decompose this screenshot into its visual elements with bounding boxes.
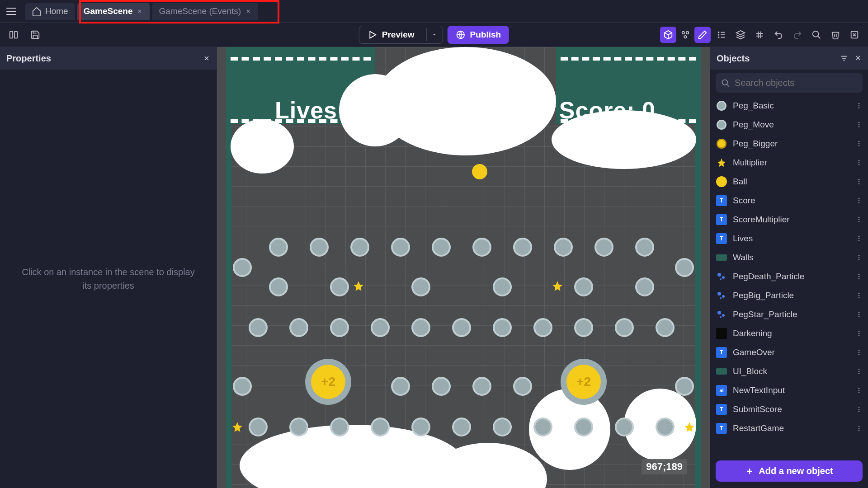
- peg-instance[interactable]: [269, 238, 288, 257]
- peg-instance[interactable]: [493, 277, 512, 296]
- object-item[interactable]: PegBig_Particle: [710, 286, 868, 305]
- tool-objects-button[interactable]: [677, 27, 693, 43]
- objects-filter-button[interactable]: [840, 54, 848, 62]
- objects-search-input[interactable]: [735, 78, 857, 88]
- object-item-more[interactable]: [855, 235, 863, 242]
- peg-instance[interactable]: [310, 238, 329, 257]
- events-tab[interactable]: GameScene (Events): [152, 3, 258, 20]
- peg-instance[interactable]: [233, 258, 252, 277]
- object-item-more[interactable]: [855, 311, 863, 318]
- peg-instance[interactable]: [411, 277, 430, 296]
- preview-button[interactable]: Preview: [359, 26, 423, 43]
- peg-instance[interactable]: [635, 238, 654, 257]
- object-item-more[interactable]: [855, 254, 863, 261]
- peg-instance[interactable]: [330, 318, 349, 337]
- delete-button[interactable]: [827, 27, 844, 43]
- peg-instance[interactable]: [615, 418, 634, 436]
- undo-button[interactable]: [770, 27, 787, 43]
- object-item-more[interactable]: [855, 102, 863, 109]
- object-item[interactable]: PegDeath_Particle: [710, 267, 868, 286]
- object-item[interactable]: UI_Block: [710, 362, 868, 381]
- object-item-more[interactable]: [855, 292, 863, 299]
- peg-instance[interactable]: [675, 258, 694, 277]
- object-item[interactable]: TScore: [710, 191, 868, 210]
- peg-instance[interactable]: [330, 418, 349, 436]
- object-item-more[interactable]: [855, 406, 863, 413]
- object-item[interactable]: Ball: [710, 172, 868, 191]
- ball-instance[interactable]: [472, 164, 487, 179]
- tool-layers-button[interactable]: [732, 27, 749, 43]
- object-item[interactable]: TScoreMultiplier: [710, 210, 868, 229]
- peg-instance[interactable]: [249, 318, 268, 337]
- scene-canvas[interactable]: Lives: 0 Score: 0 75%: [217, 47, 710, 488]
- object-item[interactable]: aINewTextInput: [710, 381, 868, 400]
- panel-toggle-left-button[interactable]: [5, 27, 22, 43]
- peg-bigger-instance[interactable]: +2: [561, 359, 607, 405]
- peg-instance[interactable]: [574, 277, 593, 296]
- settings-button[interactable]: [846, 27, 863, 43]
- peg-instance[interactable]: [452, 418, 471, 436]
- object-item[interactable]: Peg_Bigger: [710, 134, 868, 153]
- object-item[interactable]: TSubmitScore: [710, 400, 868, 419]
- star-multiplier[interactable]: [552, 280, 563, 292]
- object-item-more[interactable]: [855, 140, 863, 147]
- peg-instance[interactable]: [472, 377, 491, 396]
- tool-grid-button[interactable]: [751, 27, 768, 43]
- peg-instance[interactable]: [615, 318, 634, 337]
- object-item-more[interactable]: [855, 425, 863, 432]
- tool-edit-button[interactable]: [694, 27, 711, 43]
- peg-instance[interactable]: [411, 418, 430, 436]
- peg-instance[interactable]: [350, 238, 369, 257]
- object-item-more[interactable]: [855, 216, 863, 223]
- object-item[interactable]: Peg_Basic: [710, 96, 868, 115]
- peg-instance[interactable]: [330, 277, 349, 296]
- peg-instance[interactable]: [289, 318, 308, 337]
- object-item[interactable]: Darkening: [710, 324, 868, 343]
- object-item-more[interactable]: [855, 330, 863, 337]
- object-item-more[interactable]: [855, 273, 863, 280]
- peg-instance[interactable]: [635, 277, 654, 296]
- peg-instance[interactable]: [391, 238, 410, 257]
- peg-instance[interactable]: [513, 238, 532, 257]
- object-item[interactable]: Multiplier: [710, 153, 868, 172]
- peg-instance[interactable]: [432, 377, 451, 396]
- peg-instance[interactable]: [656, 418, 675, 436]
- peg-instance[interactable]: [493, 318, 512, 337]
- star-multiplier[interactable]: [353, 280, 364, 292]
- tool-cube-button[interactable]: [660, 27, 676, 43]
- peg-instance[interactable]: [432, 238, 451, 257]
- add-object-button[interactable]: Add a new object: [716, 460, 863, 482]
- peg-instance[interactable]: [656, 318, 675, 337]
- home-tab[interactable]: Home: [25, 3, 75, 20]
- tool-list-button[interactable]: [713, 27, 730, 43]
- peg-instance[interactable]: [269, 277, 288, 296]
- scene-tab[interactable]: GameScene: [77, 3, 150, 20]
- object-item-more[interactable]: [855, 349, 863, 356]
- object-item[interactable]: TLives: [710, 229, 868, 248]
- preview-dropdown[interactable]: [426, 28, 443, 41]
- object-item[interactable]: PegStar_Particle: [710, 305, 868, 324]
- peg-instance[interactable]: [533, 318, 552, 337]
- peg-instance[interactable]: [513, 377, 532, 396]
- peg-instance[interactable]: [574, 418, 593, 436]
- star-multiplier[interactable]: [684, 421, 695, 433]
- peg-instance[interactable]: [452, 318, 471, 337]
- peg-instance[interactable]: [233, 377, 252, 396]
- peg-instance[interactable]: [574, 318, 593, 337]
- object-item[interactable]: Peg_Move: [710, 115, 868, 134]
- main-menu-button[interactable]: [0, 0, 23, 23]
- peg-instance[interactable]: [371, 418, 390, 436]
- objects-close[interactable]: [854, 54, 862, 62]
- peg-instance[interactable]: [533, 418, 552, 436]
- objects-search-box[interactable]: [716, 73, 863, 93]
- publish-button[interactable]: Publish: [448, 26, 509, 44]
- scene-tab-close[interactable]: [136, 8, 143, 15]
- peg-instance[interactable]: [249, 418, 268, 436]
- save-button[interactable]: [27, 27, 43, 43]
- object-item[interactable]: TRestartGame: [710, 419, 868, 438]
- zoom-button[interactable]: [808, 27, 825, 43]
- star-multiplier[interactable]: [231, 421, 243, 433]
- peg-instance[interactable]: [391, 377, 410, 396]
- peg-instance[interactable]: [472, 238, 491, 257]
- events-tab-close[interactable]: [245, 8, 252, 15]
